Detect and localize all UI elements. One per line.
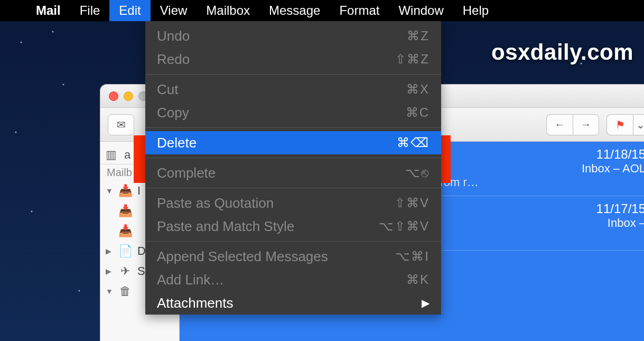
menubar-file[interactable]: File [70, 0, 110, 21]
menu-item-append-selected-messages: Append Selected Messages⌥⌘I [145, 245, 441, 268]
menu-item-label: Paste as Quotation [157, 195, 395, 211]
sidebar-item-label: S [137, 264, 145, 278]
menubar-mailbox[interactable]: Mailbox [197, 0, 259, 21]
menubar-app[interactable]: Mail [26, 0, 70, 21]
menu-item-label: Delete [157, 135, 397, 151]
menubar-help[interactable]: Help [453, 0, 498, 21]
menubar: Mail File Edit View Mailbox Message Form… [0, 0, 644, 21]
menu-item-cut: Cut⌘X [145, 78, 441, 101]
menu-item-shortcut: ⌥⌘I [395, 249, 430, 264]
menu-item-label: Redo [157, 51, 395, 68]
menu-item-label: Paste and Match Style [157, 218, 379, 235]
menu-item-redo: Redo⇧⌘Z [145, 48, 441, 71]
menu-item-shortcut: ⌘⌫ [397, 135, 430, 150]
trash-icon: 🗑 [118, 284, 132, 298]
send-icon: ✈︎ [118, 264, 132, 278]
menu-item-label: Copy [157, 105, 406, 121]
flag-menu-button[interactable]: ⌄ [633, 114, 644, 135]
message-mailbox: Inbox – AOL [582, 162, 644, 176]
next-button[interactable]: → [573, 114, 599, 135]
message-date: 11/18/15 [596, 147, 644, 162]
flag-icon: ⚑ [615, 118, 625, 131]
menubar-message[interactable]: Message [259, 0, 330, 21]
envelope-icon: ✉︎ [117, 118, 126, 131]
menu-item-shortcut: ⌥⎋ [405, 165, 430, 180]
menubar-format[interactable]: Format [330, 0, 389, 21]
menu-item-delete[interactable]: Delete⌘⌫ [145, 131, 441, 154]
compose-button[interactable]: ✉︎ [108, 114, 134, 135]
sidebar-item-label: I [137, 184, 141, 198]
menu-item-label: Add Link… [157, 272, 406, 288]
menu-item-paste-and-match-style: Paste and Match Style⌥⇧⌘V [145, 215, 441, 238]
prev-button[interactable]: ← [546, 114, 573, 135]
arrow-right-icon: → [581, 118, 591, 131]
menu-item-shortcut: ⌘C [406, 105, 430, 120]
menu-item-label: Attachments [157, 295, 422, 311]
message-mailbox: Inbox – [608, 216, 644, 230]
disclosure-triangle-icon: ▼ [106, 287, 113, 296]
menu-separator [145, 127, 441, 128]
disclosure-triangle-icon: ▶ [106, 267, 113, 275]
menu-item-label: Append Selected Messages [157, 248, 395, 265]
menu-item-add-link-: Add Link…⌘K [145, 268, 441, 291]
menu-item-copy: Copy⌘C [145, 101, 441, 124]
menu-item-label: Cut [157, 81, 406, 98]
sidebar-item-label: D [137, 244, 146, 258]
menu-item-shortcut: ⌘Z [407, 29, 430, 43]
menu-separator [145, 188, 441, 188]
layout-icon[interactable]: ▥ [106, 148, 117, 162]
menu-item-complete: Complete⌥⎋ [145, 161, 441, 185]
inbox-icon: 📥 [118, 184, 132, 198]
submenu-arrow-icon: ▶ [422, 297, 430, 309]
menu-separator [145, 74, 441, 75]
inbox-icon: 📥 [118, 224, 132, 238]
menu-item-shortcut: ⇧⌘V [395, 196, 430, 210]
menu-item-label: Undo [157, 28, 407, 44]
menu-item-shortcut: ⇧⌘Z [395, 52, 430, 67]
menu-item-label: Complete [157, 165, 405, 181]
menubar-edit[interactable]: Edit [109, 0, 150, 21]
menubar-window[interactable]: Window [389, 0, 453, 21]
menu-item-attachments[interactable]: Attachments▶ [145, 291, 441, 315]
nav-segment: ← → [546, 114, 599, 135]
arrow-left-icon: ← [555, 118, 565, 131]
menu-item-undo: Undo⌘Z [145, 24, 441, 48]
disclosure-triangle-icon: ▶ [106, 247, 113, 255]
edit-menu-dropdown: Undo⌘ZRedo⇧⌘ZCut⌘XCopy⌘CDelete⌘⌫Complete… [145, 21, 441, 315]
doc-icon: 📄 [118, 244, 132, 258]
watermark-text: osxdaily.com [491, 40, 633, 65]
disclosure-triangle-icon: ▼ [106, 187, 113, 195]
menu-item-shortcut: ⌘X [406, 82, 430, 97]
flag-button[interactable]: ⚑ [606, 114, 633, 135]
sort-label: a [124, 148, 130, 162]
menu-item-shortcut: ⌘K [406, 272, 430, 287]
menu-item-paste-as-quotation: Paste as Quotation⇧⌘V [145, 191, 441, 215]
menu-separator [145, 241, 441, 242]
menu-separator [145, 158, 441, 158]
message-date: 11/17/15 [596, 201, 644, 216]
inbox-icon: 📥 [118, 204, 132, 218]
chevron-down-icon: ⌄ [636, 118, 645, 131]
flag-segment: ⚑ ⌄ [606, 114, 644, 135]
menu-item-shortcut: ⌥⇧⌘V [379, 219, 430, 234]
menubar-view[interactable]: View [151, 0, 197, 21]
